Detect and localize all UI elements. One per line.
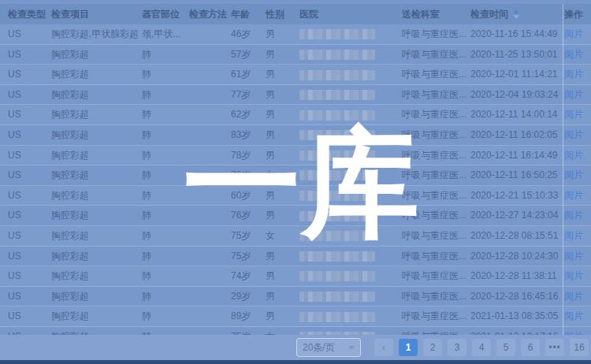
redacted-hospital-block xyxy=(299,150,375,161)
cell-exam-type: US xyxy=(8,186,51,206)
redacted-hospital-block xyxy=(299,130,375,140)
cell-exam-time: 2020-12-11 16:14:49 xyxy=(470,146,564,165)
redacted-hospital-block xyxy=(299,251,375,262)
cell-age: 60岁 xyxy=(231,186,266,206)
cell-actions: 阅片 xyxy=(564,287,591,306)
cell-hospital xyxy=(299,146,402,165)
col-header-exam-item: 检查项目 xyxy=(51,8,142,21)
table-row: US 胸腔彩超 肺 74岁 男 呼吸与重症医... 2020-12-28 11:… xyxy=(0,266,591,287)
cell-exam-type: US xyxy=(8,206,51,225)
cell-actions: 阅片 xyxy=(564,226,591,246)
cell-gender: 男 xyxy=(266,125,299,145)
cell-gender: 男 xyxy=(266,65,299,84)
cell-actions: 阅片 xyxy=(564,306,591,326)
view-image-link[interactable]: 阅片 xyxy=(564,28,583,39)
page-number-button[interactable]: 2 xyxy=(423,339,442,356)
cell-actions: 阅片 xyxy=(564,266,591,286)
cell-department: 呼吸与重症医... xyxy=(402,206,470,225)
redacted-hospital-block xyxy=(299,70,375,80)
cell-gender: 男 xyxy=(266,105,299,124)
cell-hospital xyxy=(299,206,402,225)
cell-gender: 男 xyxy=(266,85,299,105)
cell-actions: 阅片 xyxy=(564,146,591,165)
table-row: US 胸腔彩超 肺 77岁 男 呼吸与重症医... 2020-12-04 19:… xyxy=(0,85,591,106)
cell-organ: 肺 xyxy=(142,186,189,206)
cell-department: 呼吸与重症医... xyxy=(402,186,470,206)
view-image-link[interactable]: 阅片 xyxy=(564,251,583,262)
cell-age: 46岁 xyxy=(231,24,266,44)
cell-gender: 女 xyxy=(266,165,299,185)
view-image-link[interactable]: 阅片 xyxy=(564,210,583,221)
view-image-link[interactable]: 阅片 xyxy=(564,69,583,80)
sort-carets-icon[interactable] xyxy=(513,9,519,19)
more-pages-button[interactable]: ••• xyxy=(545,339,564,356)
view-image-link[interactable]: 阅片 xyxy=(564,291,583,302)
view-image-link[interactable]: 阅片 xyxy=(564,129,583,140)
cell-actions: 阅片 xyxy=(564,165,591,185)
cell-actions: 阅片 xyxy=(564,24,591,44)
cell-exam-item: 胸腔彩超 xyxy=(51,287,142,306)
page-number-button[interactable]: 3 xyxy=(448,339,466,356)
cell-hospital xyxy=(299,247,402,266)
redacted-hospital-block xyxy=(299,312,375,322)
cell-exam-type: US xyxy=(8,266,51,286)
view-image-link[interactable]: 阅片 xyxy=(564,89,583,100)
cell-exam-type: US xyxy=(8,105,51,124)
page-size-select[interactable]: 20条/页 xyxy=(296,338,361,357)
cell-exam-time: 2020-12-28 08:15:51 xyxy=(470,226,564,246)
page-number-button[interactable]: 4 xyxy=(472,339,491,356)
cell-exam-time: 2020-12-21 15:10:33 xyxy=(470,186,564,206)
cell-department: 呼吸与重症医... xyxy=(402,266,470,286)
table-row: US 胸腔彩超 肺 62岁 男 呼吸与重症医... 2020-12-11 14:… xyxy=(0,105,591,125)
cell-exam-time: 2020-12-28 11:38:11 xyxy=(470,266,564,286)
cell-organ: 肺 xyxy=(142,45,189,65)
cell-age: 61岁 xyxy=(231,65,266,84)
col-header-actions: 操作 xyxy=(564,8,591,21)
cell-hospital xyxy=(299,165,402,185)
cell-exam-time: 2021-01-13 08:35:05 xyxy=(470,306,564,326)
cell-hospital xyxy=(299,125,402,145)
view-image-link[interactable]: 阅片 xyxy=(564,109,583,120)
chevron-down-icon xyxy=(348,346,355,350)
view-image-link[interactable]: 阅片 xyxy=(564,310,583,321)
table-row: US 胸腔彩超 肺 89岁 男 呼吸与重症医... 2021-01-13 08:… xyxy=(0,306,591,327)
table-header: 检查类型 检查项目 器官部位 检查方法 年龄 性别 医院 送检科室 检查时间 操… xyxy=(0,4,591,24)
cell-exam-time: 2020-12-04 19:03:24 xyxy=(470,85,564,105)
cell-age: 75岁 xyxy=(231,226,266,246)
cell-exam-item: 胸腔彩超 xyxy=(51,186,142,206)
page-number-button[interactable]: 5 xyxy=(496,339,515,356)
cell-age: 29岁 xyxy=(231,287,266,306)
col-header-age: 年龄 xyxy=(231,8,266,21)
cell-hospital xyxy=(299,186,402,206)
view-image-link[interactable]: 阅片 xyxy=(564,169,583,180)
cell-exam-item: 胸腔彩超 xyxy=(51,226,142,246)
col-header-hospital: 医院 xyxy=(299,8,402,21)
view-image-link[interactable]: 阅片 xyxy=(564,150,583,161)
cell-age: 76岁 xyxy=(231,206,266,225)
redacted-hospital-block xyxy=(299,211,375,221)
cell-exam-time: 2020-11-16 15:44:49 xyxy=(470,24,564,44)
page-number-button[interactable]: 6 xyxy=(521,339,540,356)
cell-hospital xyxy=(299,266,402,286)
cell-exam-time: 2020-12-27 14:23:04 xyxy=(470,206,564,225)
page-size-value: 20条/页 xyxy=(303,341,335,355)
table-row: US 胸腔彩超 肺 83岁 男 呼吸与重症医... 2020-12-11 16:… xyxy=(0,125,591,146)
cell-gender: 男 xyxy=(266,45,299,65)
cell-exam-time: 2020-12-01 11:14:21 xyxy=(470,65,564,84)
cell-gender: 男 xyxy=(266,306,299,326)
cell-actions: 阅片 xyxy=(564,247,591,266)
view-image-link[interactable]: 阅片 xyxy=(564,190,583,201)
cell-exam-type: US xyxy=(8,165,51,185)
cell-exam-time: 2020-12-11 14:00:14 xyxy=(470,105,564,124)
view-image-link[interactable]: 阅片 xyxy=(564,49,583,60)
prev-page-button[interactable]: ‹ xyxy=(374,339,393,356)
view-image-link[interactable]: 阅片 xyxy=(564,230,583,241)
col-header-organ: 器官部位 xyxy=(142,8,189,21)
cell-exam-item: 胸腔彩超 xyxy=(51,45,142,65)
col-header-exam-time[interactable]: 检查时间 xyxy=(470,8,564,21)
page-number-button[interactable]: 16 xyxy=(570,339,589,356)
page-number-button[interactable]: 1 xyxy=(399,339,418,356)
table-row: US 胸腔彩超 肺 61岁 男 呼吸与重症医... 2020-12-01 11:… xyxy=(0,65,591,85)
page-list: 1 2 3 4 5 6 ••• 16 xyxy=(399,339,589,356)
view-image-link[interactable]: 阅片 xyxy=(564,270,583,281)
